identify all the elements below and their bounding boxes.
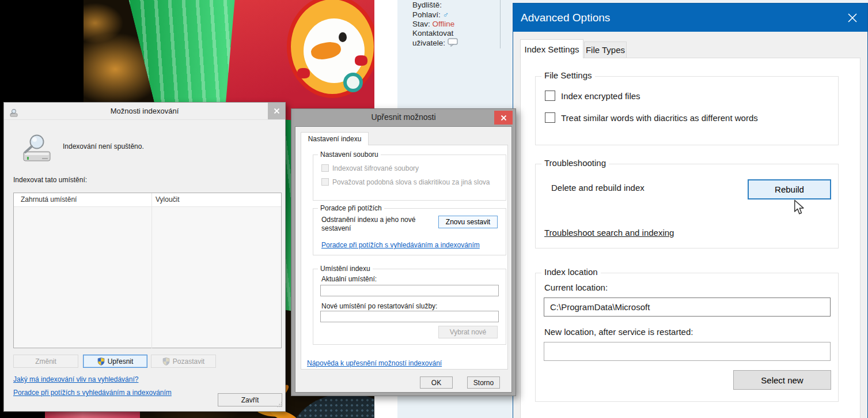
rebuild-button[interactable]: Rebuild [748, 179, 831, 199]
close-dialog-button[interactable]: Zavřít [218, 393, 282, 406]
close-icon[interactable] [494, 111, 513, 125]
contact-label-line2: uživatele: [412, 39, 445, 47]
new-location-cz-field[interactable] [320, 311, 499, 322]
rebuild-description: Odstranění indexu a jeho nové sestavení [321, 216, 437, 233]
male-icon: ♂ [443, 10, 449, 19]
new-location-field[interactable] [544, 342, 831, 361]
troubleshoot-cz-link[interactable]: Poradce při potížích s vyhledáváním a in… [321, 241, 480, 249]
status-row: Stav: Offline [412, 20, 458, 29]
ok-button[interactable]: OK [420, 376, 453, 389]
cancel-button[interactable]: Storno [467, 376, 500, 389]
troubleshoot-indexing-link[interactable]: Poradce při potížích s vyhledáváním a in… [13, 389, 172, 397]
help-link[interactable]: Nápověda k upřesnění možností indexování [307, 359, 442, 367]
indexing-options-title: Možnosti indexování [111, 107, 179, 115]
advanced-button[interactable]: Upřesnit [83, 355, 147, 368]
indexing-options-dialog: Možnosti indexování Indexování není spuš… [3, 102, 286, 412]
mouse-cursor [793, 199, 805, 218]
index-location-cz-group: Umístění indexu Aktuální umístění: Nové … [313, 269, 506, 345]
close-icon[interactable] [846, 11, 859, 25]
advanced-options-title: Advanced Options [521, 12, 610, 24]
advanced-cz-titlebar: Upřesnit možnosti [291, 109, 516, 126]
cartoon-swirl [343, 73, 363, 92]
encrypted-files-cz-checkbox [321, 164, 329, 172]
current-location-cz-label: Aktuální umístění: [321, 275, 377, 283]
troubleshooting-cz-group: Poradce při potížích Odstranění indexu a… [313, 208, 506, 255]
cartoon-eye [339, 32, 347, 42]
file-settings-group: File Settings Index encrypted files Trea… [535, 76, 839, 145]
advanced-cz-title: Upřesnit možnosti [371, 112, 435, 122]
uac-shield-icon [97, 357, 105, 366]
column-exclude[interactable]: Vyloučit [156, 195, 180, 204]
diacritics-cz-checkbox [321, 178, 329, 186]
diacritics-checkbox[interactable] [545, 112, 555, 123]
troubleshooting-group-label: Troubleshooting [541, 158, 609, 168]
index-settings-tab-panel: File Settings Index encrypted files Trea… [520, 58, 861, 418]
column-included-locations[interactable]: Zahrnutá umístění [21, 195, 77, 204]
select-new-cz-button: Vybrat nové [438, 326, 498, 338]
pause-button: Pozastavit [151, 355, 216, 368]
status-label: Stav: [412, 20, 430, 28]
current-location-field[interactable] [544, 298, 831, 317]
troubleshooting-cz-label: Poradce při potížích [318, 204, 384, 212]
indexing-status-text: Indexování není spuštěno. [63, 142, 144, 150]
diacritics-cz-label: Považovat podobná slova s diakritikou za… [332, 178, 490, 186]
tab-index-settings[interactable]: Index Settings [520, 39, 583, 58]
tab-file-types[interactable]: File Types [584, 42, 627, 58]
encrypted-files-cz-label: Indexovat šifrované soubory [332, 164, 419, 172]
change-button: Změnit [13, 355, 78, 368]
advanced-options-cz-dialog: Upřesnit možnosti Nastavení indexu Nasta… [291, 108, 516, 396]
new-location-label: New location, after service is restarted… [544, 327, 693, 337]
current-location-label: Current location: [544, 283, 608, 292]
diacritics-label: Treat similar words with diacritics as d… [561, 113, 758, 123]
locations-list-header: Zahrnutá umístění Vyloučit [14, 193, 281, 207]
new-location-cz-label: Nové umístění po restartování služby: [321, 302, 437, 310]
index-location-group: Index location Current location: New loc… [535, 273, 839, 402]
contact-row: uživatele: [412, 38, 458, 49]
gender-row: Pohlaví: ♂ [412, 10, 458, 20]
index-encrypted-files-label: Index encrypted files [561, 91, 640, 101]
delete-rebuild-label: Delete and rebuild index [551, 183, 645, 193]
troubleshoot-search-link[interactable]: Troubleshoot search and indexing [544, 228, 674, 238]
indexing-options-titlebar: Možnosti indexování [4, 103, 285, 120]
rebuild-cz-button[interactable]: Znovu sestavit [438, 216, 498, 228]
screen: Bydliště: Pohlaví: ♂ Stav: Offline Konta… [0, 0, 868, 418]
tab-index-settings-cz[interactable]: Nastavení indexu [301, 132, 369, 145]
index-settings-cz-panel: Nastavení souboru Indexovat šifrované so… [301, 145, 508, 370]
how-indexing-affects-search-link[interactable]: Jaký má indexování vliv na vyhledávání? [13, 375, 138, 383]
panel-divider [500, 0, 501, 48]
pause-button-label: Pozastavit [173, 357, 204, 366]
cartoon-bow [297, 68, 310, 78]
close-icon[interactable] [268, 103, 285, 119]
advanced-button-label: Upřesnit [108, 357, 134, 366]
chat-bubble-icon[interactable] [448, 38, 458, 49]
cartoon-bow [355, 55, 367, 66]
index-location-group-label: Index location [541, 267, 601, 277]
file-settings-cz-group: Nastavení souboru Indexovat šifrované so… [313, 155, 506, 201]
indexing-options-icon [9, 107, 18, 123]
uac-shield-icon-disabled [162, 357, 170, 366]
indexing-drive-icon [20, 134, 54, 165]
advanced-options-dialog: Advanced Options Index Settings File Typ… [513, 3, 868, 418]
index-location-cz-label: Umístění indexu [318, 265, 373, 273]
status-badge: Offline [433, 20, 455, 28]
current-location-cz-field[interactable] [320, 285, 499, 296]
column-divider [151, 193, 152, 348]
locations-label: Indexovat tato umístění: [13, 176, 87, 184]
advanced-cz-body: Nastavení indexu Nastavení souboru Index… [295, 126, 512, 393]
contact-label-line1: Kontaktovat [412, 29, 458, 38]
advanced-options-titlebar: Advanced Options [513, 3, 867, 32]
file-settings-group-label: File Settings [541, 70, 595, 80]
locations-list[interactable]: Zahrnutá umístění Vyloučit [13, 193, 282, 348]
resize-grip[interactable] [277, 399, 283, 409]
file-settings-cz-label: Nastavení souboru [318, 150, 381, 159]
gender-label: Pohlaví: [412, 10, 441, 19]
index-encrypted-files-checkbox[interactable] [545, 91, 555, 101]
residence-label: Bydliště: [412, 1, 458, 10]
select-new-button[interactable]: Select new [733, 370, 831, 390]
